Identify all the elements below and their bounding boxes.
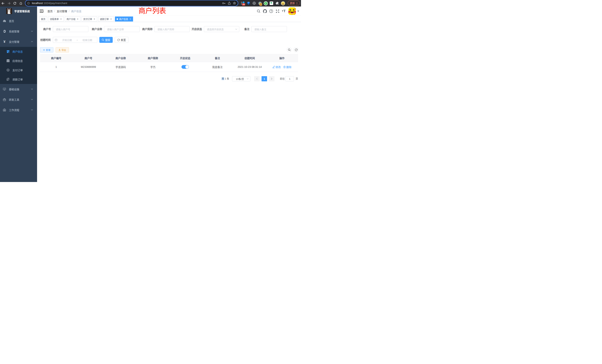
url-path: :1024/pay/merchant xyxy=(43,2,67,5)
extension-gem-icon[interactable] xyxy=(246,2,251,5)
active-dot xyxy=(117,18,118,20)
sidebar-logo[interactable]: 芋道管理系统 xyxy=(0,7,37,16)
search-button[interactable]: 搜索 xyxy=(99,37,113,43)
breadcrumb-home[interactable]: 首页 xyxy=(47,9,53,13)
next-page-button[interactable] xyxy=(269,76,275,81)
sidebar-item-system[interactable]: 系统管理 xyxy=(0,26,37,36)
user-menu-caret-icon[interactable] xyxy=(297,10,299,12)
close-icon[interactable]: × xyxy=(110,18,112,20)
url-text[interactable]: localhost:1024/pay/merchant xyxy=(32,2,67,5)
sidebar-item-pay-order[interactable]: 支付订单 xyxy=(0,65,37,75)
cell-merchant-short-name: 芋艿 xyxy=(137,62,169,72)
merchant-no-label: 商户号 xyxy=(32,26,51,32)
close-icon[interactable]: × xyxy=(60,18,62,20)
browser-update-button[interactable]: 更新 xyxy=(288,0,300,6)
monitor-icon xyxy=(3,88,6,91)
close-icon[interactable]: × xyxy=(93,18,96,20)
export-button[interactable]: 导出 xyxy=(56,47,69,53)
header-fullscreen-button[interactable] xyxy=(274,7,281,16)
header-fontsize-button[interactable]: TT xyxy=(281,7,287,16)
tag-user-group[interactable]: 用户分组× xyxy=(65,17,80,21)
delete-link[interactable]: 删除 xyxy=(283,65,291,69)
sidebar-item-dev-tools[interactable]: 研发工具 xyxy=(0,94,37,105)
header-search-button[interactable] xyxy=(255,7,262,16)
breadcrumb-separator: / xyxy=(69,10,69,13)
sidebar-item-label: 应用信息 xyxy=(12,59,23,63)
home-icon xyxy=(19,2,22,5)
col-merchant-no: 商户号 xyxy=(72,54,105,62)
documents-icon xyxy=(7,78,10,81)
browser-reload-button[interactable] xyxy=(12,0,18,7)
forward-arrow-icon xyxy=(7,2,11,5)
sidebar-collapse-button[interactable] xyxy=(40,9,43,13)
extension-recorder-icon[interactable]: 1 xyxy=(257,1,263,5)
table-row: 1 M233666999 芋道源码 芋艿 我是备注 2021-10-23 08:… xyxy=(40,62,298,72)
sidebar-item-refund-order[interactable]: 退款订单 xyxy=(0,75,37,84)
site-info-icon[interactable] xyxy=(27,2,30,4)
search-icon xyxy=(288,49,291,51)
cell-actions: 修改 删除 xyxy=(266,62,298,72)
close-icon[interactable]: × xyxy=(129,18,131,20)
tag-pay-order[interactable]: 支付订单× xyxy=(82,17,97,21)
address-bar[interactable]: localhost:1024/pay/merchant xyxy=(25,0,238,6)
breadcrumb-payment[interactable]: 支付管理 xyxy=(57,9,67,13)
cell-create-time: 2021-10-23 08:31:14 xyxy=(234,62,266,72)
edit-link[interactable]: 修改 xyxy=(272,65,281,69)
tag-home[interactable]: 首页 xyxy=(39,17,47,21)
brand-title: 芋道管理系统 xyxy=(14,9,30,13)
table-refresh-button[interactable] xyxy=(294,47,299,52)
browser-menu-kebab-icon[interactable] xyxy=(297,2,297,4)
gear-icon xyxy=(3,30,6,33)
extensions-puzzle-icon[interactable] xyxy=(274,2,280,5)
grid-icon xyxy=(7,60,10,62)
remark-input[interactable]: 请输入备注 xyxy=(251,26,287,32)
browser-back-button[interactable] xyxy=(0,0,6,7)
sidebar-item-app-info[interactable]: 应用信息 xyxy=(0,56,37,65)
top-navbar: 首页 / 支付管理 / 商户信息 T xyxy=(37,7,301,16)
profile-emoji-icon[interactable] xyxy=(280,1,286,5)
create-time-range-input[interactable]: 开始日期 - 结束日期 xyxy=(53,37,97,43)
reset-button[interactable]: 重置 xyxy=(115,37,129,43)
browser-home-button[interactable] xyxy=(18,0,24,7)
col-remark: 备注 xyxy=(201,54,234,62)
coin-icon xyxy=(7,69,10,72)
update-label: 更新 xyxy=(290,1,295,5)
sidebar-item-home[interactable]: 首页 xyxy=(0,16,37,26)
chevron-left-icon xyxy=(256,78,258,80)
page-content: 商户号 请输入商户号 商户全称 请输入商户全称 商户简称 请输入商户简称 开启状… xyxy=(37,22,301,182)
user-avatar[interactable] xyxy=(288,7,296,15)
sidebar-item-workflow[interactable]: 工作流程 xyxy=(0,105,37,115)
sidebar-item-infrastructure[interactable]: 基础设施 xyxy=(0,84,37,94)
sidebar-item-label: 商户信息 xyxy=(12,50,23,53)
sidebar-item-label: 支付订单 xyxy=(12,68,23,72)
page-1-button[interactable]: 1 xyxy=(261,76,267,81)
extension-y-icon[interactable] xyxy=(263,1,269,5)
tag-process-form[interactable]: 流程表单× xyxy=(48,17,64,21)
edit-pencil-icon xyxy=(272,66,275,68)
password-key-icon[interactable] xyxy=(222,2,226,4)
merchant-no-input[interactable]: 请输入商户号 xyxy=(53,26,88,32)
goto-page-input[interactable]: 1 xyxy=(285,76,294,81)
cell-merchant-name: 芋道源码 xyxy=(105,62,137,72)
breadcrumb-separator: / xyxy=(54,10,55,13)
sidebar-item-label: 研发工具 xyxy=(9,98,19,101)
extension-tampermonkey-icon[interactable]: 10 xyxy=(240,1,246,5)
sidebar-item-merchant-info[interactable]: 商户信息 xyxy=(0,47,37,56)
header-help-button[interactable] xyxy=(268,7,274,16)
page-size-select[interactable]: 10条/页 xyxy=(232,76,250,81)
extension-flag-icon[interactable] xyxy=(269,1,274,5)
browser-forward-button[interactable] xyxy=(6,0,12,7)
pagination-total: 共 1 条 xyxy=(222,76,229,81)
tag-merchant-info[interactable]: 商户信息× xyxy=(115,17,133,21)
close-icon[interactable]: × xyxy=(76,18,79,20)
header-github-button[interactable] xyxy=(262,7,268,16)
prev-page-button[interactable] xyxy=(254,76,260,81)
share-icon[interactable] xyxy=(228,2,231,5)
table-search-toggle-button[interactable] xyxy=(287,47,292,52)
sidebar-item-payment[interactable]: ¥ 支付管理 xyxy=(0,36,37,47)
status-toggle[interactable] xyxy=(182,65,189,69)
tag-refund-order[interactable]: 退款订单× xyxy=(98,17,114,21)
bookmark-star-icon[interactable] xyxy=(233,2,236,5)
add-button[interactable]: 新增 xyxy=(40,47,53,53)
extension-command-icon[interactable] xyxy=(251,1,257,5)
